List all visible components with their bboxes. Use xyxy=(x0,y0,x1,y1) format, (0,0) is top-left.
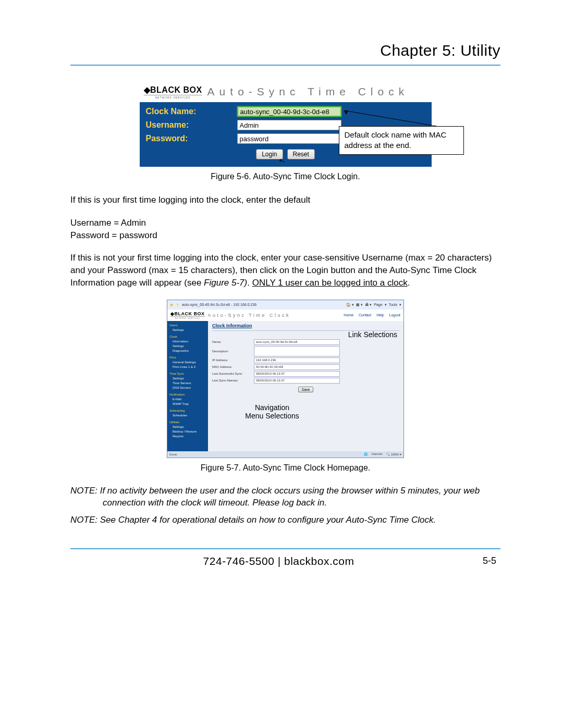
logo-subtext: NETWORK SERVICES xyxy=(144,95,202,99)
login-header: ◆BLACK BOX NETWORK SERVICES Auto-Sync Ti… xyxy=(140,81,432,102)
last-sync-input[interactable] xyxy=(254,371,340,377)
add-favorite-icon: ✧ xyxy=(176,302,180,307)
status-zoom: 🔍 100% ▾ xyxy=(386,452,401,456)
mac-input[interactable] xyxy=(254,364,340,370)
sidebar-item[interactable]: Diagnostics xyxy=(169,349,208,353)
sidebar-item[interactable]: Schedules xyxy=(169,413,208,418)
content-title: Clock Information xyxy=(212,323,399,328)
logo: ◆BLACK BOX NETWORK SERVICES xyxy=(144,85,202,99)
sidebar-item[interactable]: DNS Servers xyxy=(169,386,208,390)
password-input[interactable] xyxy=(237,133,341,144)
last-sync-label: Last Successful Sync: xyxy=(212,372,254,375)
last-attempt-input[interactable] xyxy=(254,378,340,384)
sidebar-header: Scheduling xyxy=(169,409,208,413)
sidebar-item[interactable]: Settings xyxy=(169,425,208,429)
page-number: 5-5 xyxy=(483,556,496,566)
logo-small: ◆BLACK BOX NETWORK SERVICES xyxy=(170,311,205,319)
page-footer: 724-746-5500 | blackbox.com 5-5 xyxy=(70,549,500,567)
reset-button[interactable]: Reset xyxy=(287,149,315,159)
save-button[interactable]: Save xyxy=(298,387,314,392)
sidebar-item[interactable]: Time Servers xyxy=(169,381,208,386)
status-zone-icon: 🌐 xyxy=(364,452,368,456)
name-input[interactable] xyxy=(254,339,340,345)
link-contact[interactable]: Contact xyxy=(359,313,371,317)
default-password: Password = password xyxy=(70,230,157,240)
link-home[interactable]: Home xyxy=(344,313,353,317)
default-username: Username = Admin xyxy=(70,218,146,228)
note-timeout: NOTE: If no activity between the user an… xyxy=(70,485,500,509)
sidebar-item[interactable]: Information xyxy=(169,339,208,344)
figure-5-6-caption: Figure 5-6. Auto-Sync Time Clock Login. xyxy=(70,172,500,181)
paragraph-first-login: If this is your first time logging into … xyxy=(70,194,500,206)
status-bar: Done 🌐 Internet 🔍 100% ▾ xyxy=(167,451,403,458)
figure-5-7-caption: Figure 5-7. Auto-Sync Time Clock Homepag… xyxy=(70,463,500,473)
default-credentials: Username = Admin Password = password xyxy=(70,217,500,242)
browser-tab-bar: ★ ✧ auto-sync_00-40-9d-3c-0d-e8 - 192.16… xyxy=(167,300,403,310)
login-body: Clock Name: Username: Password: Login Re… xyxy=(140,102,432,167)
content-area: Clock Information Name: Description: IP … xyxy=(208,321,403,451)
sidebar-header: Print xyxy=(169,355,208,360)
sidebar-header: Time Sync xyxy=(169,372,208,376)
annotation-links: Link Selections xyxy=(348,330,397,339)
sidebar-item[interactable]: E-Mail xyxy=(169,397,208,402)
sidebar-item[interactable]: Reports xyxy=(169,434,208,439)
chapter-title: Chapter 5: Utility xyxy=(70,42,500,59)
page-header: ◆BLACK BOX NETWORK SERVICES Auto-Sync Ti… xyxy=(167,310,403,321)
logo-subtext-small: NETWORK SERVICES xyxy=(170,316,205,319)
single-user-warning: ONLY 1 user can be logged into a clock xyxy=(252,278,408,288)
login-screenshot: ◆BLACK BOX NETWORK SERVICES Auto-Sync Ti… xyxy=(140,81,432,167)
sidebar-item[interactable]: Settings xyxy=(169,328,208,332)
note-chapter4: NOTE: See Chapter 4 for operational deta… xyxy=(70,514,500,526)
footer-contact: 724-746-5500 | blackbox.com xyxy=(75,555,483,567)
sidebar-item[interactable]: General Settings xyxy=(169,360,208,365)
product-name-small: Auto-Sync Time Clock xyxy=(208,313,291,318)
page-menu[interactable]: Page xyxy=(374,303,382,306)
status-zone: Internet xyxy=(372,452,382,456)
mac-label: MAC Address: xyxy=(212,365,254,368)
favorite-icon: ★ xyxy=(169,302,174,307)
callout-box: Default clock name with MAC address at t… xyxy=(339,126,464,155)
home-icon: 🏠 ▾ xyxy=(346,303,354,307)
browser-tab-title: auto-sync_00-40-9d-3c-0d-e8 - 192.168.0.… xyxy=(182,303,256,306)
sidebar-header: Notification xyxy=(169,392,208,397)
link-help[interactable]: Help xyxy=(376,313,384,317)
sidebar-header: Clock xyxy=(169,335,208,339)
username-input[interactable] xyxy=(237,120,341,130)
print-icon: 🖶 ▾ xyxy=(365,303,372,307)
password-label: Password: xyxy=(146,134,237,143)
clock-name-input[interactable] xyxy=(237,106,341,117)
desc-label: Description: xyxy=(212,350,254,353)
feed-icon: ▦ ▾ xyxy=(356,303,363,307)
name-label: Name: xyxy=(212,340,254,343)
tools-menu[interactable]: Tools xyxy=(389,303,397,306)
header-links: Home Contact Help Logout xyxy=(344,313,400,317)
sidebar-item[interactable]: Print Lines 1 & 2 xyxy=(169,365,208,369)
annotation-nav: NavigationMenu Selections xyxy=(233,403,311,420)
ip-label: IP Address: xyxy=(212,359,254,362)
clock-name-row: Clock Name: xyxy=(146,106,425,117)
para2-part-c: . xyxy=(408,278,410,288)
product-name: Auto-Sync Time Clock xyxy=(207,85,409,98)
browser-toolbar-right: 🏠 ▾ ▦ ▾ 🖶 ▾ Page▾ Tools▾ xyxy=(346,303,401,307)
last-attempt-label: Last Sync Attempt: xyxy=(212,379,254,382)
divider-top xyxy=(70,65,500,66)
sidebar-item[interactable]: Settings xyxy=(169,344,208,349)
nav-sidebar: UsersSettingsClockInformationSettingsDia… xyxy=(167,321,208,451)
sidebar-item[interactable]: SNMP Trap xyxy=(169,402,208,406)
clock-name-label: Clock Name: xyxy=(146,107,237,116)
sidebar-item[interactable]: Settings xyxy=(169,376,208,381)
logo-text: ◆BLACK BOX xyxy=(144,85,202,95)
desc-input[interactable] xyxy=(254,346,340,356)
status-left: Done xyxy=(169,453,177,456)
username-label: Username: xyxy=(146,120,237,130)
page-main: UsersSettingsClockInformationSettingsDia… xyxy=(167,321,403,451)
homepage-screenshot: ★ ✧ auto-sync_00-40-9d-3c-0d-e8 - 192.16… xyxy=(167,300,404,458)
para2-part-b: . xyxy=(247,278,252,288)
sidebar-item[interactable]: Backup / Restore xyxy=(169,429,208,434)
logo-text-small: ◆BLACK BOX xyxy=(170,311,205,316)
ip-input[interactable] xyxy=(254,357,340,363)
paragraph-subsequent-login: If this is not your first time logging i… xyxy=(70,252,500,289)
sidebar-header: Utilities xyxy=(169,420,208,425)
link-logout[interactable]: Logout xyxy=(389,313,400,317)
sidebar-header: Users xyxy=(169,323,208,328)
